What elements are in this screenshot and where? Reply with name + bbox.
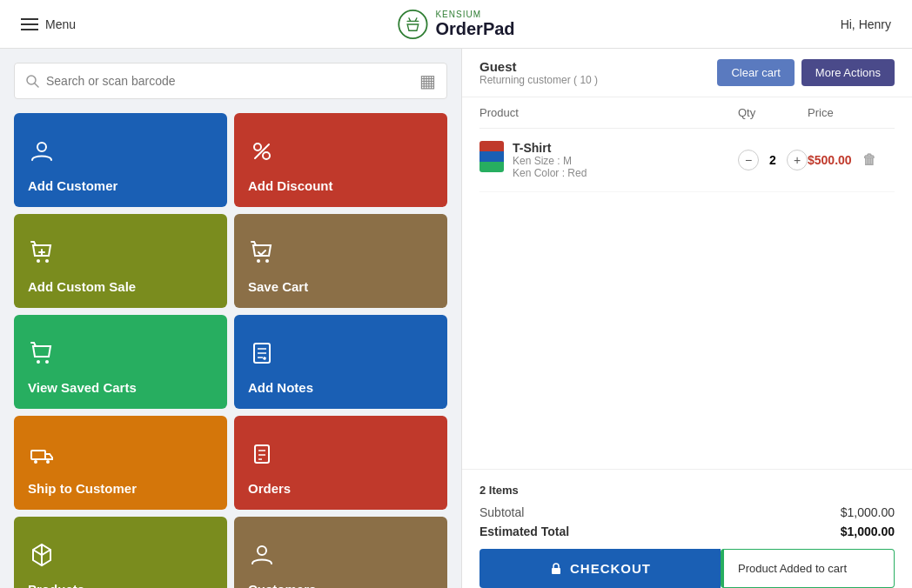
qty-value: 2 — [764, 153, 781, 167]
brand-name: OrderPad — [435, 19, 514, 38]
brand-kensium: KENSIUM — [435, 10, 514, 19]
tile-label-ship-to-customer: Ship to Customer — [28, 481, 137, 496]
more-actions-button[interactable]: More Actions — [801, 59, 895, 86]
subtotal-row: Subtotal $1,000.00 — [479, 505, 895, 519]
search-input[interactable] — [46, 74, 412, 88]
tile-orders[interactable]: Orders — [234, 416, 447, 510]
cart-customer-name: Guest — [479, 59, 598, 74]
cart-footer: 2 Items Subtotal $1,000.00 Estimated Tot… — [462, 469, 912, 588]
qty-decrease-button[interactable]: − — [738, 150, 759, 170]
tile-view-saved-carts[interactable]: View Saved Carts — [14, 315, 227, 409]
svg-point-7 — [37, 259, 40, 263]
brand: KENSIUM OrderPad — [435, 10, 514, 38]
tile-icon-ship-to-customer — [28, 440, 56, 474]
subtotal-label: Subtotal — [479, 505, 524, 519]
main-layout: ▦ Add Customer Add Discount Add Custom S… — [0, 49, 912, 588]
tile-icon-view-saved-carts — [28, 339, 56, 373]
svg-point-3 — [37, 143, 46, 151]
menu-label[interactable]: Menu — [45, 17, 76, 31]
svg-rect-22 — [255, 445, 269, 463]
svg-point-13 — [37, 360, 40, 364]
tile-icon-orders — [248, 440, 276, 474]
svg-line-6 — [255, 144, 269, 158]
barcode-icon: ▦ — [419, 70, 436, 91]
product-name: T-Shirt — [513, 141, 587, 155]
tile-label-customers: Customers — [248, 582, 316, 588]
tile-icon-save-cart — [248, 238, 276, 272]
tile-label-add-discount: Add Discount — [248, 178, 333, 193]
table-row: T-Shirt Ken Size : M Ken Color : Red − 2… — [479, 129, 895, 192]
items-count: 2 Items — [479, 484, 895, 497]
subtotal-value: $1,000.00 — [841, 505, 895, 519]
product-info: T-Shirt Ken Size : M Ken Color : Red — [479, 141, 738, 179]
tile-label-products: Products — [28, 582, 84, 588]
clear-cart-button[interactable]: Clear cart — [717, 59, 794, 86]
header-greeting: Hi, Henry — [841, 17, 891, 31]
cart-header: Guest Returning customer ( 10 ) Clear ca… — [462, 49, 912, 97]
tile-add-discount[interactable]: Add Discount — [234, 113, 447, 207]
toast-message: Product Added to cart — [738, 562, 847, 575]
svg-point-12 — [265, 259, 269, 263]
tile-label-add-notes: Add Notes — [248, 380, 313, 395]
col-qty: Qty — [738, 106, 808, 119]
checkout-button[interactable]: CHECKOUT — [479, 549, 721, 588]
tile-label-orders: Orders — [248, 481, 291, 496]
svg-point-4 — [254, 144, 261, 150]
tile-icon-customers — [248, 541, 276, 575]
product-price: $500.00 🗑 — [808, 152, 895, 168]
tile-icon-add-customer — [28, 137, 56, 171]
tile-ship-to-customer[interactable]: Ship to Customer — [14, 416, 227, 510]
tile-label-save-cart: Save Cart — [248, 279, 308, 294]
estimated-total-row: Estimated Total $1,000.00 — [479, 525, 895, 538]
qty-control: − 2 + — [738, 150, 808, 170]
right-panel: Guest Returning customer ( 10 ) Clear ca… — [461, 49, 912, 588]
col-product: Product — [479, 106, 738, 119]
delete-item-button[interactable]: 🗑 — [862, 152, 876, 168]
cart-actions: Clear cart More Actions — [717, 59, 895, 86]
col-price: Price — [808, 106, 895, 119]
product-swatch — [479, 141, 504, 172]
tile-icon-add-notes — [248, 339, 276, 373]
header: Menu KENSIUM OrderPad Hi, Henry — [0, 0, 912, 49]
tile-label-view-saved-carts: View Saved Carts — [28, 380, 137, 395]
search-icon — [25, 74, 39, 88]
left-panel: ▦ Add Customer Add Discount Add Custom S… — [0, 49, 461, 588]
tile-save-cart[interactable]: Save Cart — [234, 214, 447, 308]
estimated-total-label: Estimated Total — [479, 525, 569, 538]
menu-icon[interactable] — [21, 18, 38, 30]
tile-customers[interactable]: Customers — [234, 517, 447, 588]
tile-icon-products — [28, 541, 56, 575]
svg-point-20 — [34, 460, 37, 464]
svg-point-26 — [258, 546, 266, 555]
product-details: T-Shirt Ken Size : M Ken Color : Red — [513, 141, 587, 179]
tiles-grid: Add Customer Add Discount Add Custom Sal… — [14, 113, 447, 588]
product-color: Ken Color : Red — [513, 167, 587, 179]
logo-icon — [397, 9, 428, 40]
tile-add-custom-sale[interactable]: Add Custom Sale — [14, 214, 227, 308]
tile-icon-add-custom-sale — [28, 238, 56, 272]
tile-label-add-custom-sale: Add Custom Sale — [28, 279, 136, 294]
svg-point-5 — [263, 152, 270, 159]
tile-products[interactable]: Products — [14, 517, 227, 588]
checkout-bar: CHECKOUT Product Added to cart — [479, 549, 895, 588]
toast-notification: Product Added to cart — [721, 549, 895, 588]
price-value: $500.00 — [808, 153, 852, 167]
table-header: Product Qty Price — [479, 97, 895, 129]
svg-point-14 — [45, 360, 49, 364]
product-table: Product Qty Price T-Shirt Ken Size : M K… — [462, 97, 912, 469]
svg-line-2 — [35, 84, 38, 87]
cart-customer-info: Guest Returning customer ( 10 ) — [479, 59, 598, 86]
search-bar: ▦ — [14, 63, 447, 99]
cart-customer-sub: Returning customer ( 10 ) — [479, 74, 598, 86]
svg-rect-19 — [31, 451, 45, 459]
product-size: Ken Size : M — [513, 155, 587, 167]
qty-increase-button[interactable]: + — [787, 150, 808, 170]
tile-icon-add-discount — [248, 137, 276, 171]
svg-rect-27 — [552, 568, 560, 574]
tile-add-notes[interactable]: Add Notes — [234, 315, 447, 409]
svg-point-8 — [45, 259, 49, 263]
svg-point-21 — [46, 460, 50, 464]
tile-add-customer[interactable]: Add Customer — [14, 113, 227, 207]
svg-point-11 — [257, 259, 260, 263]
header-left: Menu — [21, 17, 76, 31]
